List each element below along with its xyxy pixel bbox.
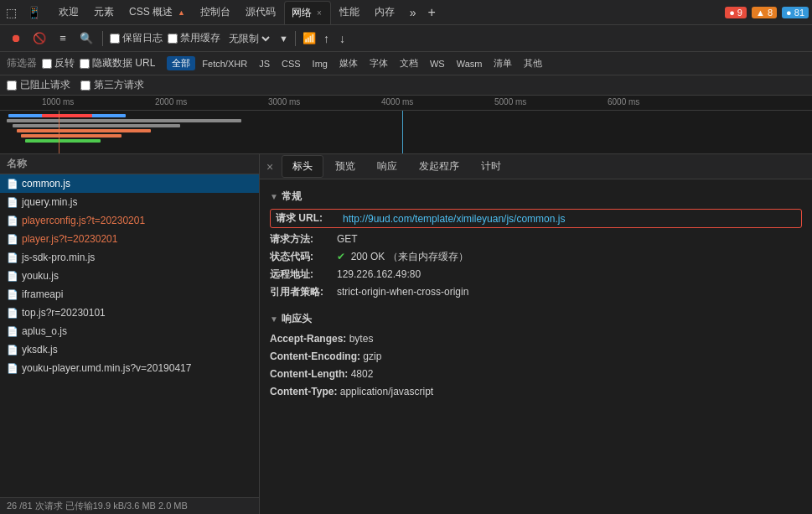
file-item-player[interactable]: 📄 player.js?t=20230201 [0, 230, 259, 248]
hide-data-url-checkbox[interactable]: 隐藏数据 URL [80, 56, 155, 70]
add-tab-button[interactable]: + [425, 3, 439, 22]
sep2 [295, 31, 296, 46]
timeline-vline [402, 111, 403, 154]
detail-tab-initiator[interactable]: 发起程序 [409, 156, 469, 177]
blocked-requests-input[interactable] [7, 80, 17, 91]
remote-addr-row: 远程地址: 129.226.162.49:80 [270, 267, 802, 282]
file-item-jssdk[interactable]: 📄 js-sdk-pro.min.js [0, 248, 259, 267]
timeline[interactable]: 1000 ms 2000 ms 3000 ms 4000 ms 5000 ms … [0, 96, 812, 154]
file-icon: 📄 [7, 345, 18, 356]
detail-content[interactable]: ▼ 常规 请求 URL: http://9uud.com/template/xi… [260, 179, 812, 514]
tab-console[interactable]: 控制台 [194, 1, 237, 24]
filter-doc-btn[interactable]: 文档 [395, 56, 423, 70]
content-encoding-key: Content-Encoding: [270, 349, 360, 364]
invert-checkbox[interactable]: 反转 [42, 56, 75, 70]
tab-elements[interactable]: 元素 [87, 1, 121, 24]
response-headers-arrow: ▼ [270, 314, 278, 324]
filter-other-btn[interactable]: 其他 [519, 56, 547, 70]
file-item-aplus[interactable]: 📄 aplus_o.js [0, 322, 259, 340]
file-item-top[interactable]: 📄 top.js?r=20230101 [0, 304, 259, 322]
timeline-mark-6000: 6000 ms [608, 97, 639, 106]
file-item-yksdk[interactable]: 📄 yksdk.js [0, 340, 259, 359]
inspect-icon[interactable]: ⬚ [3, 4, 19, 21]
more-tabs-button[interactable]: » [406, 4, 420, 21]
method-key: 请求方法: [270, 231, 337, 247]
filter-media-btn[interactable]: 媒体 [334, 56, 363, 70]
tab-performance[interactable]: 性能 [333, 1, 366, 24]
content-length-row: Content-Length: 4802 [270, 366, 802, 382]
filter-all-btn[interactable]: 全部 [167, 56, 195, 70]
tab-network-close[interactable]: × [315, 8, 323, 18]
status-row: 状态代码: ✔ 200 OK （来自内存缓存） [270, 249, 802, 264]
remote-addr-key: 远程地址: [270, 267, 337, 282]
wifi-icon[interactable]: 📶 [303, 32, 316, 44]
file-list-scroll[interactable]: 📄 common.js 📄 jquery.min.js 📄 playerconf… [0, 174, 259, 497]
download-icon[interactable]: ↓ [337, 30, 348, 47]
file-item-playerconfig[interactable]: 📄 playerconfig.js?t=20230201 [0, 211, 259, 230]
accept-ranges-key: Accept-Ranges: [270, 331, 346, 346]
tl-bar-4 [17, 129, 151, 132]
tab-network[interactable]: 网络 × [284, 1, 331, 24]
clear-icon: 🚫 [33, 32, 46, 44]
filter-fetch-xhr-btn[interactable]: Fetch/XHR [197, 58, 252, 70]
preserve-log-input[interactable] [110, 34, 120, 44]
file-item-youku[interactable]: 📄 youku.js [0, 267, 259, 285]
file-icon: 📄 [7, 252, 18, 263]
file-item-jquery[interactable]: 📄 jquery.min.js [0, 193, 259, 211]
detail-tab-response[interactable]: 响应 [367, 156, 407, 177]
content-type-row: Content-Type: application/javascript [270, 384, 802, 399]
detail-tab-preview[interactable]: 预览 [325, 156, 365, 177]
status-value: ✔ 200 OK （来自内存缓存） [337, 249, 468, 264]
file-list: 📄 common.js 📄 jquery.min.js 📄 playerconf… [0, 174, 259, 377]
url-value: http://9uud.com/template/ximileyuan/js/c… [343, 213, 565, 225]
filter-manifest-btn[interactable]: 清单 [489, 56, 517, 70]
filter-wasm-btn[interactable]: Wasm [452, 58, 488, 70]
filter-bar: 筛选器 反转 隐藏数据 URL 全部 Fetch/XHR JS CSS Img … [0, 52, 812, 75]
detail-tab-timing[interactable]: 计时 [471, 156, 511, 177]
third-party-input[interactable] [80, 80, 91, 91]
status-key: 状态代码: [270, 249, 337, 264]
file-list-header: 名称 [0, 154, 259, 174]
tab-css-overview[interactable]: CSS 概述 ▲ [122, 1, 192, 24]
file-item-common-js[interactable]: 📄 common.js [0, 174, 259, 193]
file-list-footer: 26 /81 次请求 已传输19.9 kB/3.6 MB 2.0 MB [0, 497, 259, 514]
error-badge[interactable]: ● 9 [725, 7, 747, 18]
general-arrow: ▼ [270, 192, 278, 201]
detail-panel-close[interactable]: × [263, 158, 277, 175]
tab-sources[interactable]: 源代码 [239, 1, 282, 24]
info-badge[interactable]: ● 81 [782, 7, 809, 18]
tab-memory[interactable]: 内存 [368, 1, 401, 24]
disable-cache-checkbox[interactable]: 禁用缓存 [168, 31, 220, 45]
sep1 [102, 31, 103, 46]
file-item-iframeapi[interactable]: 📄 iframeapi [0, 285, 259, 304]
filter-css-btn[interactable]: CSS [277, 58, 306, 70]
content-encoding-value: gzip [360, 349, 381, 364]
record-button[interactable]: ⏺ [7, 29, 25, 48]
file-icon: 📄 [7, 179, 18, 190]
search-button[interactable]: 🔍 [77, 29, 96, 48]
file-item-youku-player[interactable]: 📄 youku-player.umd.min.js?v=20190417 [0, 359, 259, 377]
filter-img-btn[interactable]: Img [308, 58, 333, 70]
tab-welcome[interactable]: 欢迎 [52, 1, 85, 24]
upload-icon[interactable]: ↑ [321, 30, 332, 47]
filter-ws-btn[interactable]: WS [425, 58, 450, 70]
hide-data-url-input[interactable] [80, 59, 90, 69]
warning-badge[interactable]: ▲ 8 [752, 7, 777, 18]
blocked-requests-label[interactable]: 已阻止请求 [7, 78, 70, 92]
third-party-label[interactable]: 第三方请求 [80, 78, 144, 92]
accept-ranges-row: Accept-Ranges: bytes [270, 331, 802, 346]
preserve-log-checkbox[interactable]: 保留日志 [110, 31, 163, 45]
filter-font-btn[interactable]: 字体 [365, 56, 393, 70]
referrer-row: 引用者策略: strict-origin-when-cross-origin [270, 284, 802, 299]
response-headers-section: ▼ 响应头 [270, 312, 802, 326]
filter-js-btn[interactable]: JS [254, 58, 275, 70]
file-icon: 📄 [7, 215, 18, 226]
filter-toggle-button[interactable]: ≡ [54, 29, 72, 48]
device-icon[interactable]: 📱 [24, 4, 44, 21]
detail-tab-headers[interactable]: 标头 [282, 155, 323, 178]
disable-cache-input[interactable] [168, 34, 178, 44]
clear-button[interactable]: 🚫 [30, 29, 49, 48]
throttle-select[interactable]: 无限制 [225, 32, 272, 45]
invert-input[interactable] [42, 59, 52, 69]
tl-bar-vline [42, 114, 92, 117]
